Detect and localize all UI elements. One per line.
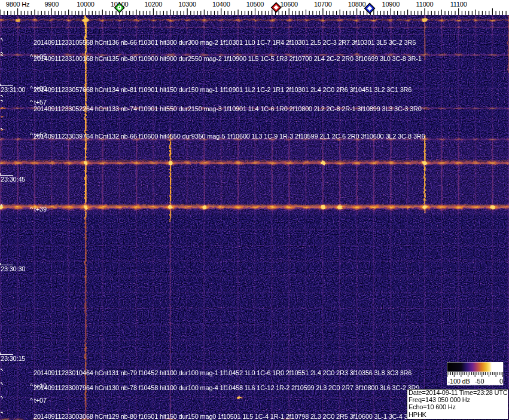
svg-text:10000: 10000: [77, 1, 95, 8]
svg-text:10400: 10400: [212, 1, 230, 8]
svg-text:10900: 10900: [382, 1, 400, 8]
svg-text:11100: 11100: [450, 1, 467, 8]
svg-text:11000: 11000: [416, 1, 434, 8]
svg-text:10300: 10300: [178, 1, 196, 8]
svg-text:9800 Hz: 9800 Hz: [6, 1, 30, 8]
svg-text:10600: 10600: [280, 1, 298, 8]
svg-text:10800: 10800: [348, 1, 366, 8]
svg-text:10500: 10500: [246, 1, 264, 8]
svg-text:9900: 9900: [44, 1, 59, 8]
svg-text:10700: 10700: [314, 1, 332, 8]
svg-text:10200: 10200: [145, 1, 163, 8]
